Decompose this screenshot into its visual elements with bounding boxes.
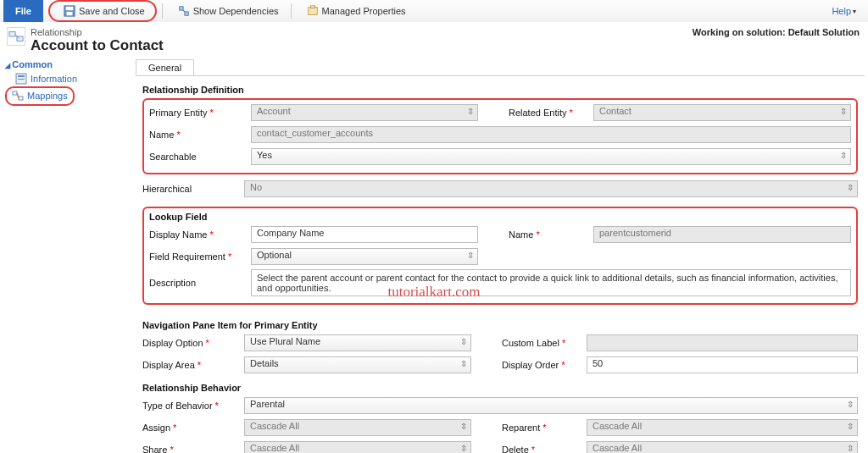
label-display-name: Display Name [149,229,251,240]
related-entity-select[interactable]: Contact [593,104,851,121]
toolbar: File Save and Close Show Dependencies Ma… [0,0,868,22]
label-searchable: Searchable [149,152,251,162]
assign-select[interactable]: Cascade All [244,419,471,436]
label-description: Description [149,278,251,288]
svg-rect-10 [9,32,15,36]
content-panel: General Relationship Definition Primary … [136,59,868,453]
label-share: Share [142,445,244,453]
hierarchical-select[interactable]: No [244,180,858,197]
svg-rect-14 [18,75,25,77]
field-requirement-select[interactable]: Optional [251,248,478,265]
sidebar-item-information[interactable]: Information [5,71,131,86]
tab-general[interactable]: General [136,59,194,75]
section-relationship-definition: Relationship Definition [142,85,858,95]
label-type-behavior: Type of Behavior [142,401,244,411]
file-menu[interactable]: File [3,0,43,22]
label-display-option: Display Option [142,338,244,348]
label-assign: Assign [142,423,244,433]
svg-rect-2 [66,12,72,15]
label-display-order: Display Order [502,360,587,370]
svg-rect-16 [13,91,17,95]
svg-rect-17 [19,97,23,100]
relationship-name-field[interactable]: contact_customer_accounts [251,126,851,143]
label-primary-entity: Primary Entity [149,108,251,118]
reparent-select[interactable]: Cascade All [587,419,858,436]
type-behavior-select[interactable]: Parental [244,397,858,414]
lookup-name-field[interactable]: parentcustomerid [593,226,851,243]
show-dependencies-label: Show Dependencies [193,6,279,16]
show-dependencies-button[interactable]: Show Dependencies [171,3,286,19]
save-icon [64,5,75,17]
relationship-icon [7,27,25,46]
label-name: Name [149,130,251,140]
svg-rect-1 [66,7,74,10]
save-and-close-button[interactable]: Save and Close [57,3,152,19]
label-related-entity: Related Entity [509,108,593,118]
description-field[interactable]: Select the parent account or parent cont… [251,269,851,296]
help-link[interactable]: ? Help ▾ [829,6,856,16]
section-relationship-behavior: Relationship Behavior [142,383,858,393]
svg-rect-4 [185,12,188,15]
label-lookup-name: Name [509,229,593,240]
section-lookup-field: Lookup Field [149,212,851,222]
share-select[interactable]: Cascade All [244,441,471,453]
save-and-close-label: Save and Close [79,6,145,16]
working-on-solution: Working on solution: Default Solution [693,27,860,37]
label-delete: Delete [502,445,587,453]
header-title: Account to Contact [31,37,164,54]
svg-rect-15 [18,79,25,80]
searchable-select[interactable]: Yes [251,148,851,165]
display-area-select[interactable]: Details [244,356,471,373]
dependencies-icon [178,5,190,17]
sidebar-group-common[interactable]: Common [5,59,131,69]
custom-label-field[interactable] [587,334,858,351]
managed-props-icon [307,5,319,17]
header: Relationship Account to Contact Working … [0,22,868,59]
label-reparent: Reparent [502,423,587,433]
dropdown-icon: ▾ [853,8,856,15]
delete-select[interactable]: Cascade All [587,441,858,453]
svg-line-5 [183,10,185,12]
svg-rect-3 [179,7,182,10]
sidebar-item-label: Mappings [27,91,68,101]
label-hierarchical: Hierarchical [142,184,244,194]
section-nav-pane: Navigation Pane Item for Primary Entity [142,320,858,330]
sidebar-item-label: Information [31,74,77,84]
sidebar-item-mappings[interactable]: Mappings [8,88,68,103]
display-name-field[interactable]: Company Name [251,226,478,243]
information-icon [15,73,27,85]
managed-properties-button[interactable]: Managed Properties [300,3,413,19]
help-label: Help [832,6,851,16]
mappings-icon [12,90,24,102]
label-field-requirement: Field Requirement [149,251,251,262]
display-order-field[interactable]: 50 [587,356,858,373]
label-custom-label: Custom Label [502,338,587,348]
sidebar: Common Information Mappings [0,59,136,453]
svg-rect-7 [310,6,314,8]
header-subtitle: Relationship [31,27,164,37]
primary-entity-select[interactable]: Account [251,104,478,121]
label-display-area: Display Area [142,360,244,370]
managed-properties-label: Managed Properties [322,6,406,16]
display-option-select[interactable]: Use Plural Name [244,334,471,351]
